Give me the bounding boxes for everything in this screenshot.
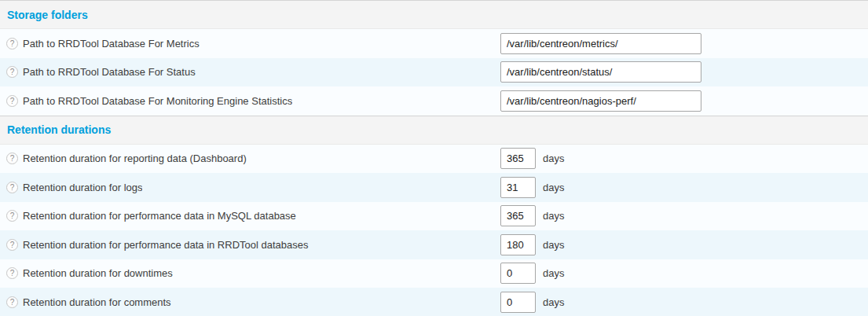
- help-icon[interactable]: ?: [6, 38, 18, 50]
- field-input[interactable]: [500, 292, 536, 313]
- form-row: ? Retention duration for performance dat…: [0, 230, 868, 259]
- form-row: ? Retention duration for logs days: [0, 173, 868, 202]
- help-icon[interactable]: ?: [6, 267, 18, 279]
- field-suffix-label: days: [543, 152, 564, 164]
- field-label: Retention duration for logs: [23, 182, 142, 193]
- field-label: Retention duration for performance data …: [23, 210, 296, 222]
- field-suffix-label: days: [543, 210, 564, 222]
- field-label-wrap: ? Retention duration for comments: [6, 296, 500, 308]
- field-label: Retention duration for performance data …: [23, 239, 309, 251]
- field-suffix-label: days: [543, 239, 564, 251]
- help-icon[interactable]: ?: [6, 239, 18, 251]
- form-row: ? Path to RRDTool Database For Monitorin…: [0, 86, 868, 116]
- field-input[interactable]: [500, 263, 536, 284]
- help-icon[interactable]: ?: [6, 152, 18, 164]
- help-icon[interactable]: ?: [6, 66, 18, 78]
- field-label-wrap: ? Retention duration for performance dat…: [6, 210, 500, 222]
- help-icon[interactable]: ?: [6, 210, 18, 222]
- field-label-wrap: ? Retention duration for logs: [6, 182, 500, 193]
- section-header: Storage folders: [0, 0, 868, 29]
- field-input[interactable]: [500, 90, 701, 112]
- form-row: ? Path to RRDTool Database For Status: [0, 58, 868, 87]
- form-row: ? Retention duration for comments days: [0, 288, 868, 316]
- form-row: ? Path to RRDTool Database For Metrics: [0, 29, 868, 58]
- settings-form: Storage folders ? Path to RRDTool Databa…: [0, 0, 868, 316]
- field-input[interactable]: [500, 61, 701, 83]
- field-input[interactable]: [500, 234, 536, 255]
- field-label-wrap: ? Path to RRDTool Database For Monitorin…: [6, 95, 500, 107]
- help-icon[interactable]: ?: [6, 296, 18, 308]
- field-label-wrap: ? Path to RRDTool Database For Metrics: [6, 38, 500, 50]
- field-input[interactable]: [500, 177, 536, 198]
- field-input[interactable]: [500, 148, 536, 169]
- field-suffix-label: days: [543, 296, 564, 308]
- form-row: ? Retention duration for downtimes days: [0, 259, 868, 288]
- section-rows: ? Retention duration for reporting data …: [0, 145, 868, 316]
- field-label-wrap: ? Path to RRDTool Database For Status: [6, 66, 500, 78]
- field-label: Path to RRDTool Database For Metrics: [23, 38, 200, 50]
- form-section: Storage folders ? Path to RRDTool Databa…: [0, 0, 868, 116]
- field-input[interactable]: [500, 205, 536, 226]
- field-label: Retention duration for comments: [23, 296, 171, 308]
- field-label-wrap: ? Retention duration for downtimes: [6, 267, 500, 279]
- field-label-wrap: ? Retention duration for performance dat…: [6, 239, 500, 251]
- section-header-title: Retention durations: [7, 123, 111, 136]
- field-label: Retention duration for reporting data (D…: [23, 152, 247, 164]
- field-label: Path to RRDTool Database For Status: [23, 66, 196, 78]
- help-icon[interactable]: ?: [6, 95, 18, 107]
- form-row: ? Retention duration for reporting data …: [0, 145, 868, 174]
- section-rows: ? Path to RRDTool Database For Metrics ?…: [0, 29, 868, 116]
- field-input[interactable]: [500, 33, 701, 54]
- form-section: Retention durations ? Retention duration…: [0, 116, 868, 316]
- field-label-wrap: ? Retention duration for reporting data …: [6, 152, 500, 164]
- form-row: ? Retention duration for performance dat…: [0, 202, 868, 231]
- field-label: Path to RRDTool Database For Monitoring …: [23, 95, 292, 107]
- field-suffix-label: days: [543, 182, 564, 193]
- section-header: Retention durations: [0, 116, 868, 145]
- help-icon[interactable]: ?: [6, 182, 18, 193]
- field-label: Retention duration for downtimes: [23, 267, 173, 279]
- section-header-title: Storage folders: [7, 9, 88, 21]
- field-suffix-label: days: [543, 267, 564, 279]
